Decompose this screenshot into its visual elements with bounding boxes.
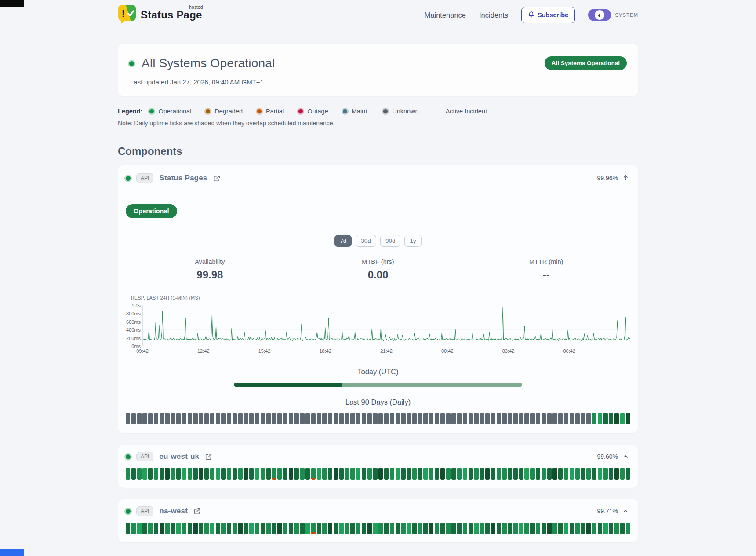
- uptime-tick[interactable]: [356, 523, 360, 534]
- uptime-tick[interactable]: [423, 468, 428, 480]
- uptime-tick[interactable]: [502, 413, 506, 424]
- uptime-tick[interactable]: [536, 413, 540, 424]
- uptime-tick[interactable]: [283, 468, 287, 480]
- uptime-tick[interactable]: [390, 523, 394, 534]
- uptime-tick[interactable]: [244, 413, 248, 424]
- uptime-tick[interactable]: [362, 523, 366, 534]
- uptime-tick[interactable]: [530, 413, 534, 424]
- collapse-icon[interactable]: [623, 175, 629, 182]
- uptime-tick[interactable]: [238, 468, 243, 480]
- uptime-tick[interactable]: [244, 523, 248, 534]
- uptime-tick[interactable]: [620, 413, 625, 424]
- uptime-tick[interactable]: [277, 413, 282, 424]
- uptime-tick[interactable]: [407, 413, 411, 424]
- uptime-tick[interactable]: [131, 413, 136, 424]
- range-button-7d[interactable]: 7d: [334, 235, 352, 247]
- uptime-tick[interactable]: [609, 523, 613, 534]
- uptime-tick[interactable]: [165, 468, 169, 480]
- uptime-tick[interactable]: [412, 523, 417, 534]
- uptime-tick[interactable]: [626, 413, 630, 424]
- external-link-icon[interactable]: [193, 508, 201, 515]
- uptime-tick[interactable]: [188, 468, 192, 480]
- uptime-tick[interactable]: [233, 468, 237, 480]
- uptime-tick[interactable]: [216, 523, 220, 534]
- uptime-tick[interactable]: [350, 523, 355, 534]
- uptime-tick[interactable]: [176, 523, 181, 534]
- uptime-tick[interactable]: [221, 523, 225, 534]
- uptime-tick[interactable]: [552, 523, 557, 534]
- uptime-tick[interactable]: [182, 468, 186, 480]
- uptime-tick[interactable]: [457, 413, 462, 424]
- uptime-tick[interactable]: [396, 413, 400, 424]
- uptime-tick[interactable]: [592, 468, 596, 480]
- uptime-tick[interactable]: [542, 413, 546, 424]
- uptime-tick[interactable]: [266, 413, 271, 424]
- uptime-tick[interactable]: [216, 413, 220, 424]
- uptime-tick[interactable]: [204, 468, 209, 480]
- uptime-tick[interactable]: [480, 413, 484, 424]
- uptime-tick[interactable]: [272, 523, 276, 534]
- uptime-tick[interactable]: [210, 523, 214, 534]
- uptime-tick[interactable]: [508, 413, 512, 424]
- uptime-tick[interactable]: [311, 413, 316, 424]
- uptime-tick[interactable]: [614, 413, 619, 424]
- uptime-tick[interactable]: [233, 523, 237, 534]
- uptime-tick[interactable]: [497, 413, 501, 424]
- uptime-tick[interactable]: [249, 468, 254, 480]
- uptime-tick[interactable]: [261, 523, 265, 534]
- uptime-tick[interactable]: [373, 523, 377, 534]
- uptime-tick[interactable]: [165, 413, 169, 424]
- uptime-tick[interactable]: [131, 468, 136, 480]
- uptime-tick[interactable]: [626, 523, 630, 534]
- uptime-tick[interactable]: [435, 523, 439, 534]
- uptime-tick[interactable]: [126, 468, 130, 480]
- uptime-tick[interactable]: [142, 523, 147, 534]
- uptime-tick[interactable]: [396, 468, 400, 480]
- uptime-tick[interactable]: [497, 523, 501, 534]
- uptime-tick[interactable]: [154, 468, 158, 480]
- uptime-tick[interactable]: [249, 523, 254, 534]
- uptime-tick[interactable]: [524, 523, 529, 534]
- uptime-tick[interactable]: [289, 413, 293, 424]
- uptime-tick[interactable]: [188, 413, 192, 424]
- uptime-tick[interactable]: [396, 523, 400, 534]
- uptime-tick[interactable]: [171, 413, 175, 424]
- uptime-tick[interactable]: [429, 413, 433, 424]
- uptime-tick[interactable]: [390, 468, 394, 480]
- uptime-tick[interactable]: [294, 468, 298, 480]
- uptime-tick[interactable]: [131, 523, 136, 534]
- uptime-tick[interactable]: [412, 468, 417, 480]
- uptime-tick[interactable]: [367, 468, 372, 480]
- range-button-90d[interactable]: 90d: [380, 235, 401, 247]
- uptime-tick[interactable]: [463, 413, 467, 424]
- uptime-tick[interactable]: [339, 468, 344, 480]
- uptime-tick[interactable]: [469, 413, 473, 424]
- uptime-tick[interactable]: [378, 523, 383, 534]
- uptime-tick[interactable]: [491, 523, 495, 534]
- uptime-tick[interactable]: [171, 523, 175, 534]
- uptime-tick[interactable]: [283, 523, 287, 534]
- uptime-tick[interactable]: [182, 523, 186, 534]
- range-button-1y[interactable]: 1y: [404, 235, 421, 247]
- uptime-tick[interactable]: [440, 523, 445, 534]
- uptime-tick[interactable]: [227, 468, 231, 480]
- uptime-tick[interactable]: [474, 468, 478, 480]
- uptime-tick[interactable]: [305, 468, 310, 480]
- uptime-tick[interactable]: [446, 468, 451, 480]
- uptime-tick[interactable]: [193, 468, 197, 480]
- uptime-tick[interactable]: [457, 523, 462, 534]
- uptime-tick[interactable]: [322, 468, 327, 480]
- uptime-tick[interactable]: [485, 523, 490, 534]
- uptime-tick[interactable]: [485, 413, 490, 424]
- uptime-tick[interactable]: [300, 523, 304, 534]
- uptime-tick[interactable]: [300, 413, 304, 424]
- uptime-tick[interactable]: [603, 468, 607, 480]
- uptime-tick[interactable]: [524, 413, 529, 424]
- uptime-tick[interactable]: [160, 523, 164, 534]
- uptime-tick[interactable]: [328, 413, 332, 424]
- uptime-tick[interactable]: [142, 413, 147, 424]
- uptime-tick[interactable]: [367, 523, 372, 534]
- uptime-tick[interactable]: [244, 468, 248, 480]
- uptime-tick[interactable]: [176, 468, 181, 480]
- uptime-tick[interactable]: [469, 468, 473, 480]
